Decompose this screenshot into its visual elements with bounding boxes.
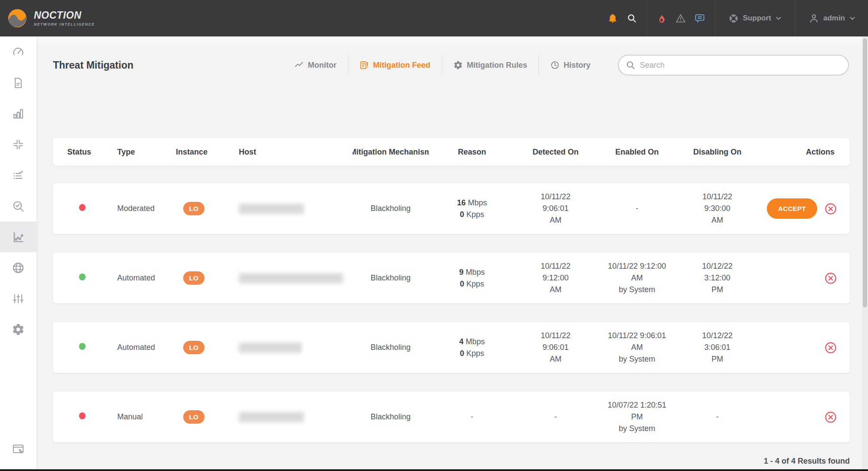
reason-cell: 9 Mbps0 Kpps [429, 267, 515, 290]
cancel-icon [824, 411, 837, 424]
chat-feedback-icon[interactable] [690, 9, 710, 28]
instance-cell: LO [172, 202, 227, 215]
mechanism-cell: Blackholing [353, 412, 429, 422]
notifications-bell-icon[interactable] [603, 9, 622, 28]
tab-mitigation-rules[interactable]: Mitigation Rules [442, 60, 538, 70]
reason-cell: 4 Mbps0 Kpps [429, 336, 515, 359]
support-label: Support [743, 14, 771, 23]
page-title: Threat Mitigation [53, 59, 133, 71]
search-icon [626, 60, 635, 70]
instance-cell: LO [172, 341, 227, 354]
table-row: Manual LO Blackholing - - 10/07/22 1:20:… [53, 392, 850, 442]
sidebar-item-console-tool[interactable] [0, 433, 36, 464]
host-cell [227, 343, 353, 353]
search-input[interactable] [640, 61, 841, 70]
host-cell [227, 273, 353, 283]
disabling-on-cell: 10/11/229:30:00AM [678, 191, 756, 226]
type-cell: Automated [112, 343, 172, 352]
detected-on-cell: 10/11/229:12:00AM [515, 260, 596, 296]
enabled-on-cell: - [596, 203, 678, 214]
sidebar-item-globe[interactable] [0, 252, 36, 283]
status-cell [64, 204, 112, 213]
detected-on-cell: - [515, 411, 596, 423]
enabled-on-cell: 10/07/22 1:20:51PMby System [596, 399, 678, 435]
flame-alerts-icon[interactable] [652, 9, 671, 28]
host-redacted [239, 343, 302, 353]
tab-label: History [564, 61, 591, 70]
user-label: admin [823, 14, 845, 23]
scrollbar-thumb[interactable] [863, 38, 867, 307]
actions-cell [756, 411, 839, 424]
sidebar-item-search-check[interactable] [0, 191, 36, 221]
table-row: Moderated LO Blackholing 16 Mbps0 Kpps 1… [53, 183, 850, 234]
support-menu[interactable]: Support [720, 13, 790, 24]
tab-history[interactable]: History [539, 60, 602, 70]
vertical-scrollbar[interactable] [862, 36, 868, 471]
status-cell [64, 343, 112, 352]
bar-chart-icon [12, 107, 25, 120]
table-header-row: Status Type Instance Host Mitigation Mec… [53, 138, 850, 166]
brand-tagline: NETWORK INTELLIGENCE [34, 22, 95, 26]
report-icon [12, 76, 24, 89]
globe-icon [12, 261, 25, 274]
status-dot-red [79, 412, 86, 419]
sidebar-item-collapse[interactable] [0, 129, 36, 160]
user-icon [809, 13, 819, 24]
gauge-icon [12, 46, 25, 59]
noction-logo-icon [7, 8, 28, 29]
cancel-button[interactable] [824, 272, 837, 285]
sidebar [0, 36, 36, 471]
tab-monitor[interactable]: Monitor [283, 60, 348, 70]
search-icon[interactable] [622, 9, 641, 28]
mitigation-table: Status Type Instance Host Mitigation Mec… [53, 138, 850, 461]
col-header-type: Type [112, 148, 172, 157]
instance-badge: LO [183, 202, 205, 215]
instance-cell: LO [172, 271, 227, 285]
accept-button[interactable]: ACCEPT [767, 198, 817, 219]
sidebar-item-bar-chart[interactable] [0, 98, 36, 129]
status-dot-green [79, 273, 86, 280]
brand-logo[interactable]: NOCTION NETWORK INTELLIGENCE [0, 8, 95, 29]
sidebar-item-report[interactable] [0, 67, 36, 98]
cancel-button[interactable] [824, 341, 837, 354]
actions-cell [756, 341, 839, 354]
disabling-on-cell: - [678, 411, 756, 423]
window-bottom-edge [0, 469, 868, 471]
host-cell [227, 412, 353, 422]
top-bar: NOCTION NETWORK INTELLIGENCE Support [0, 0, 868, 36]
status-cell [64, 273, 112, 283]
col-header-host: Host [227, 148, 353, 157]
disabling-on-cell: 10/12/223:06:01PM [678, 330, 756, 365]
col-header-disabling-on: Disabling On [678, 148, 756, 157]
status-dot-red [79, 204, 86, 211]
table-row: Automated LO Blackholing 9 Mbps0 Kpps 10… [53, 253, 850, 303]
topbar-divider [715, 0, 715, 36]
reason-cell: 16 Mbps0 Kpps [429, 197, 515, 221]
sidebar-item-gauge[interactable] [0, 36, 36, 67]
cancel-button[interactable] [824, 202, 837, 215]
detected-on-cell: 10/11/229:06:01AM [515, 191, 596, 226]
warning-triangle-icon[interactable] [671, 9, 690, 28]
tab-label: Mitigation Rules [467, 61, 527, 70]
tab-label: Mitigation Feed [373, 61, 430, 70]
search-check-icon [12, 200, 25, 213]
tab-mitigation-feed[interactable]: Mitigation Feed [348, 60, 442, 70]
search-box[interactable] [618, 55, 849, 76]
sidebar-item-line-chart[interactable] [0, 221, 36, 252]
topbar-divider [795, 0, 795, 36]
cancel-button[interactable] [824, 411, 837, 424]
detected-on-cell: 10/11/229:06:01AM [515, 330, 596, 365]
sidebar-item-sliders[interactable] [0, 283, 36, 314]
sidebar-item-task-list[interactable] [0, 160, 36, 191]
mechanism-cell: Blackholing [353, 273, 429, 283]
feed-icon [360, 60, 369, 70]
results-count: 1 - 4 of 4 Results found [53, 457, 850, 466]
collapse-icon [12, 138, 25, 151]
brand-name: NOCTION [34, 10, 95, 20]
actions-cell: ACCEPT [756, 198, 839, 219]
user-menu[interactable]: admin [801, 13, 868, 24]
sidebar-item-gear[interactable] [0, 314, 36, 345]
instance-badge: LO [183, 341, 205, 354]
cancel-icon [824, 272, 837, 285]
task-list-icon [12, 169, 25, 182]
